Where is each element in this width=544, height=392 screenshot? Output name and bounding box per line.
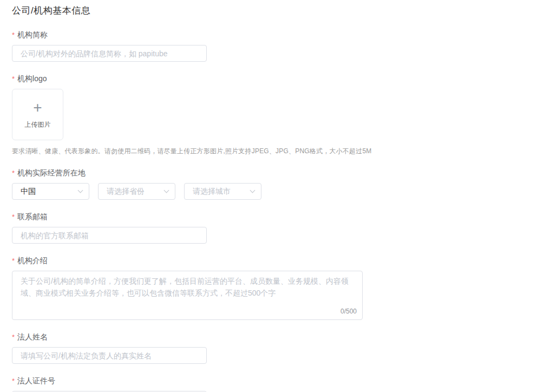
form-item-email: *联系邮箱: [12, 212, 544, 244]
form-container: 公司/机构基本信息 *机构简称 *机构logo + 上传图片 要求清晰、健康、代…: [0, 0, 544, 392]
country-select[interactable]: 中国: [12, 183, 89, 200]
intro-label: *机构介绍: [12, 256, 544, 266]
short-name-label: *机构简称: [12, 30, 544, 40]
form-item-logo: *机构logo + 上传图片 要求清晰、健康、代表形象的。请勿使用二维码，请尽量…: [12, 74, 544, 156]
country-select-value: 中国: [21, 187, 36, 197]
province-select-placeholder: 请选择省份: [107, 187, 145, 197]
short-name-input[interactable]: [12, 45, 207, 62]
required-asterisk: *: [12, 213, 15, 221]
province-select[interactable]: 请选择省份: [98, 183, 175, 200]
location-select-row: 中国 请选择省份 请选择城市: [12, 183, 544, 200]
form-item-legal-name: *法人姓名: [12, 332, 544, 364]
city-select[interactable]: 请选择城市: [184, 183, 261, 200]
legal-name-input[interactable]: [12, 347, 207, 364]
required-asterisk: *: [12, 333, 15, 341]
upload-image-label: 上传图片: [25, 120, 51, 129]
logo-upload-hint: 要求清晰、健康、代表形象的。请勿使用二维码，请尽量上传正方形图片,照片支持JPE…: [12, 147, 544, 156]
location-label-text: 机构实际经营所在地: [17, 168, 86, 177]
chevron-down-icon: [250, 188, 255, 193]
location-label: *机构实际经营所在地: [12, 168, 544, 178]
form-item-location: *机构实际经营所在地 中国 请选择省份 请选择城市: [12, 168, 544, 200]
char-counter: 0/500: [338, 308, 357, 315]
logo-label: *机构logo: [12, 74, 544, 84]
intro-textarea-wrap: 0/500: [12, 271, 363, 320]
form-item-short-name: *机构简称: [12, 30, 544, 62]
email-input[interactable]: [12, 227, 207, 244]
email-label: *联系邮箱: [12, 212, 544, 222]
legal-name-label-text: 法人姓名: [17, 332, 48, 341]
plus-icon: +: [33, 100, 42, 115]
logo-label-text: 机构logo: [17, 74, 47, 83]
intro-textarea[interactable]: [12, 271, 363, 320]
short-name-label-text: 机构简称: [17, 30, 48, 39]
required-asterisk: *: [12, 257, 15, 265]
chevron-down-icon: [164, 188, 169, 193]
intro-label-text: 机构介绍: [17, 256, 48, 265]
required-asterisk: *: [12, 169, 15, 177]
legal-name-label: *法人姓名: [12, 332, 544, 342]
required-asterisk: *: [12, 75, 15, 83]
form-item-legal-id: *法人证件号: [12, 376, 544, 392]
email-label-text: 联系邮箱: [17, 212, 48, 221]
required-asterisk: *: [12, 31, 15, 39]
chevron-down-icon: [78, 188, 83, 193]
form-item-intro: *机构介绍 0/500: [12, 256, 544, 320]
page-title: 公司/机构基本信息: [12, 4, 544, 17]
required-asterisk: *: [12, 377, 15, 385]
legal-id-label-text: 法人证件号: [17, 376, 55, 385]
legal-id-label: *法人证件号: [12, 376, 544, 386]
logo-upload-button[interactable]: + 上传图片: [12, 89, 63, 140]
city-select-placeholder: 请选择城市: [193, 187, 231, 197]
